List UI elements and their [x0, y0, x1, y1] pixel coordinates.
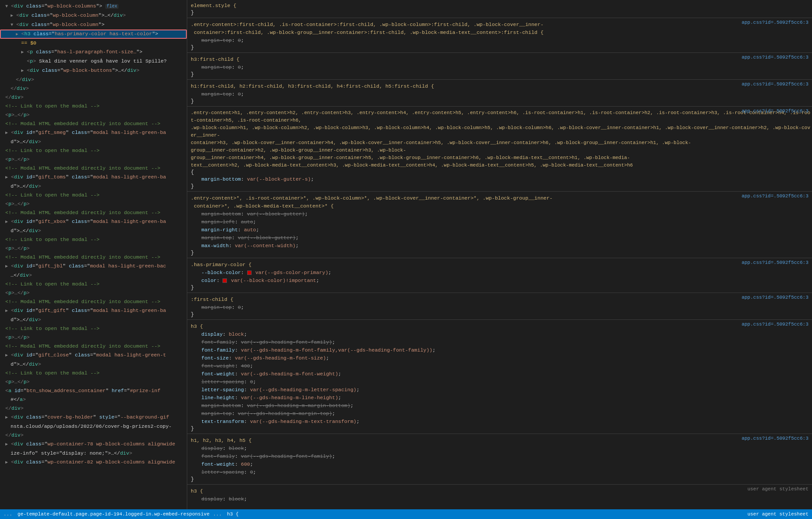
triangle-icon[interactable]	[5, 460, 8, 465]
h3-block: app.css?id=.5092f5cc6:3 h3 { display: bl…	[187, 320, 812, 434]
css-source-2[interactable]: app.css?id=.5092f5cc6:3	[742, 55, 808, 60]
h3-user-agent-selector: h3 {	[191, 487, 812, 495]
dom-line-1[interactable]: <div class="wp-block-columns"> flex	[0, 2, 187, 11]
triangle-icon[interactable]	[11, 13, 13, 18]
triangle-icon: ▶	[16, 32, 18, 37]
dom-gift-toms-close: d">…</div>	[0, 182, 187, 191]
dom-line-wp-buttons[interactable]: <div class="wp-block-buttons">…</div>	[0, 66, 187, 75]
dom-wp-container-78-content: ize-info" style="display: none;">…</div>	[0, 449, 187, 458]
h1-h5-first-child-selector: h1:first-child, h2:first-child, h3:first…	[191, 82, 812, 90]
first-child-pseudo-selector: :first-child {	[191, 296, 812, 304]
dom-p-6[interactable]: <p>…</p>	[0, 333, 187, 342]
color-swatch-block-color[interactable]	[247, 271, 252, 275]
dom-cover-bg-close: </div>	[0, 431, 187, 440]
dom-p-5[interactable]: <p>…</p>	[0, 289, 187, 297]
triangle-icon[interactable]	[5, 175, 8, 180]
css-source-8[interactable]: app.css?id=.5092f5cc6:3	[742, 322, 808, 327]
dom-gift-jbl-close: …</div>	[0, 271, 187, 280]
dom-gift-toms[interactable]: <div id="gift_toms" class="modal has-lig…	[0, 173, 187, 182]
user-agent-label: user agent stylesheet	[747, 512, 808, 517]
has-primary-color-selector: .has-primary-color {	[191, 261, 812, 269]
dom-gift-xbox[interactable]: <div id="gift_xbox" class="modal has-lig…	[0, 217, 187, 226]
css-styles-panel[interactable]: element.style { } app.css?id=.5092f5cc6:…	[187, 0, 812, 509]
triangle-icon[interactable]	[5, 4, 8, 9]
triangle-icon[interactable]	[21, 68, 24, 73]
triangle-icon[interactable]	[5, 264, 8, 269]
dom-comment-link-modal-4: <!-- Link to open the modal -->	[0, 235, 187, 244]
triangle-icon[interactable]	[5, 308, 8, 313]
dots-icon[interactable]: ...	[4, 512, 12, 517]
css-source-3[interactable]: app.css?id=.5092f5cc6:3	[742, 82, 808, 87]
css-source-7[interactable]: app.css?id=.5092f5cc6:3	[742, 295, 808, 300]
dom-cover-bg-holder[interactable]: <div class="cover-bg-holder" style="--ba…	[0, 413, 187, 422]
bottom-bar-right: user agent stylesheet	[747, 512, 808, 517]
triangle-icon[interactable]	[5, 130, 8, 135]
dom-line-close-div-2: </div>	[0, 84, 187, 93]
triangle-icon[interactable]	[5, 442, 8, 447]
triangle-icon[interactable]	[5, 353, 8, 358]
margin-bottom-property: margin-bottom: var(--block-gutter-s);	[191, 175, 812, 183]
dom-comment-modal-6: <!-- Modal HTML embedded directly into d…	[0, 342, 187, 351]
dom-gift-smeg[interactable]: <div id="gift_smeg" class="modal has-lig…	[0, 128, 187, 137]
dom-comment-modal-4: <!-- Modal HTML embedded directly into d…	[0, 253, 187, 262]
dom-comment-link-modal-5: <!-- Link to open the modal -->	[0, 280, 187, 289]
dom-gift-close[interactable]: <div id="gift_close" class="modal has-li…	[0, 351, 187, 360]
dom-comment-link-modal-2: <!-- Link to open the modal -->	[0, 146, 187, 155]
dom-line-2[interactable]: <div class="wp-block-column">…</div>	[0, 11, 187, 20]
css-source-9[interactable]: app.css?id=.5092f5cc6:3	[742, 436, 808, 441]
dom-line-p-text[interactable]: <p> Skal dine venner også have lov til S…	[0, 57, 187, 66]
devtools-container: <div class="wp-block-columns"> flex <div…	[0, 0, 812, 509]
dom-gift-jbl[interactable]: <div id="gift_jbl" class="modal has-ligh…	[0, 262, 187, 271]
bottom-bar: ... ge-template-default.page.page-id-194…	[0, 509, 812, 519]
css-source-user-agent: user agent stylesheet	[747, 486, 808, 492]
dom-a-btn-show[interactable]: <a id="btn_show_address_container" href=…	[0, 386, 187, 395]
dom-comment-modal-5: <!-- Modal HTML embedded directly into d…	[0, 297, 187, 306]
dom-p-4[interactable]: <p>…</p>	[0, 244, 187, 253]
dom-line-close-div-1: </div>	[0, 93, 187, 102]
triangle-icon[interactable]	[21, 50, 24, 55]
dom-p-1[interactable]: <p>…</p>	[0, 111, 187, 119]
dom-p-7[interactable]: <p>…</p>	[0, 378, 187, 386]
css-source-5[interactable]: app.css?id=.5092f5cc6:3	[742, 193, 808, 199]
h3-first-child-selector: h3:first-child {	[191, 56, 812, 63]
entry-content-headings-selector: .entry-content>h1, .entry-content>h2, .e…	[191, 109, 812, 169]
dom-comment-modal-3: <!-- Modal HTML embedded directly into d…	[0, 208, 187, 217]
dom-p-3[interactable]: <p>…</p>	[0, 200, 187, 208]
first-child-pseudo-block: app.css?id=.5092f5cc6:3 :first-child { m…	[187, 293, 812, 319]
dom-tree-panel[interactable]: <div class="wp-block-columns"> flex <div…	[0, 0, 187, 509]
margin-top-property-1: margin-top: 0;	[191, 37, 812, 44]
dom-comment-link-modal-3: <!-- Link to open the modal -->	[0, 191, 187, 200]
element-style-closing: }	[191, 10, 812, 16]
flex-badge: flex	[105, 4, 119, 9]
dom-comment-link-modal-7: <!-- Link to open the modal -->	[0, 369, 187, 378]
triangle-icon[interactable]	[5, 219, 8, 224]
entry-content-star-selector: .entry-content>*, .is-root-container>*, …	[191, 194, 812, 210]
dom-p-2[interactable]: <p>…</p>	[0, 155, 187, 164]
dom-cover-bg-content: nsta.cloud/app/uploads/2022/06/cover-bg-…	[0, 422, 187, 431]
triangle-icon[interactable]	[5, 415, 8, 420]
dom-wp-container-82[interactable]: <div class="wp-container-82 wp-block-col…	[0, 458, 187, 467]
margin-top-property-3: margin-top: 0;	[191, 90, 812, 98]
dom-line-3[interactable]: <div class="wp-block-column">	[0, 20, 187, 30]
css-source-1[interactable]: app.css?id=.5092f5cc6:3	[742, 20, 808, 25]
dom-line-close-div-3: </div>	[0, 75, 187, 84]
entry-content-first-child-block: app.css?id=.5092f5cc6:3 .entry-content>:…	[187, 18, 812, 52]
dom-gift-gift-close: d">…</div>	[0, 315, 187, 324]
dom-gift-smeg-close: d">…</div>	[0, 137, 187, 146]
css-source-4[interactable]: app.css?id=.5092f5cc6:3	[742, 108, 808, 114]
h1-h5-first-child-block: app.css?id=.5092f5cc6:3 h1:first-child, …	[187, 80, 812, 106]
dom-gift-xbox-close: d">…</div>	[0, 226, 187, 235]
dom-gift-gift[interactable]: <div id="gift_gift" class="modal has-lig…	[0, 306, 187, 315]
breadcrumb-h3: h3 {	[227, 512, 238, 517]
dom-line-p-has-l[interactable]: <p class="has-l-paragraph-font-size…">	[0, 48, 187, 57]
css-source-6[interactable]: app.css?id=.5092f5cc6:3	[742, 260, 808, 265]
margin-top-property-2: margin-top: 0;	[191, 63, 812, 71]
dom-line-h3-selected[interactable]: ▶ <h3 class="has-primary-color has-text-…	[0, 30, 187, 39]
dom-wp-container-78[interactable]: <div class="wp-container-78 wp-block-col…	[0, 440, 187, 449]
triangle-icon[interactable]	[11, 22, 13, 27]
color-swatch-color[interactable]	[222, 278, 227, 283]
element-style-block: element.style { }	[187, 0, 812, 18]
dom-gift-close-close: d">…</div>	[0, 360, 187, 369]
h1-h5-selector: h1, h2, h3, h4, h5 {	[191, 437, 812, 445]
dots-icon-2[interactable]: ...	[213, 512, 222, 517]
